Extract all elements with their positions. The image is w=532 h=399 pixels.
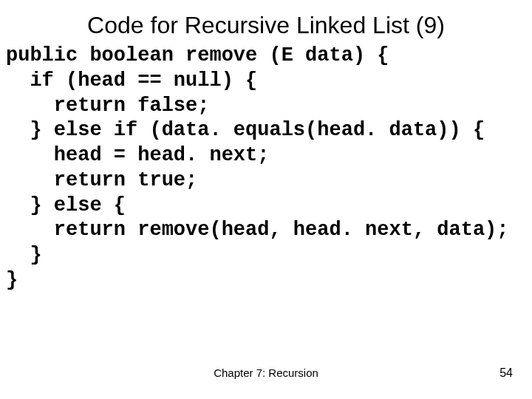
code-line: return true; [6, 169, 197, 191]
slide-title: Code for Recursive Linked List (9) [0, 0, 532, 44]
slide: Code for Recursive Linked List (9) publi… [0, 0, 532, 399]
code-line: } else { [6, 194, 126, 216]
code-line: } else if (data. equals(head. data)) { [6, 119, 485, 141]
code-line: if (head == null) { [6, 69, 257, 92]
footer: Chapter 7: Recursion 54 [0, 366, 532, 381]
page-number: 54 [499, 366, 513, 380]
code-line: head = head. next; [6, 144, 269, 166]
code-line: } [6, 269, 18, 291]
code-block: public boolean remove (E data) { if (hea… [0, 44, 532, 293]
code-line: public boolean remove (E data) { [6, 44, 389, 66]
code-line: } [6, 244, 42, 266]
footer-chapter: Chapter 7: Recursion [0, 366, 532, 379]
code-line: return remove(head, head. next, data); [6, 219, 509, 241]
code-line: return false; [6, 95, 209, 117]
